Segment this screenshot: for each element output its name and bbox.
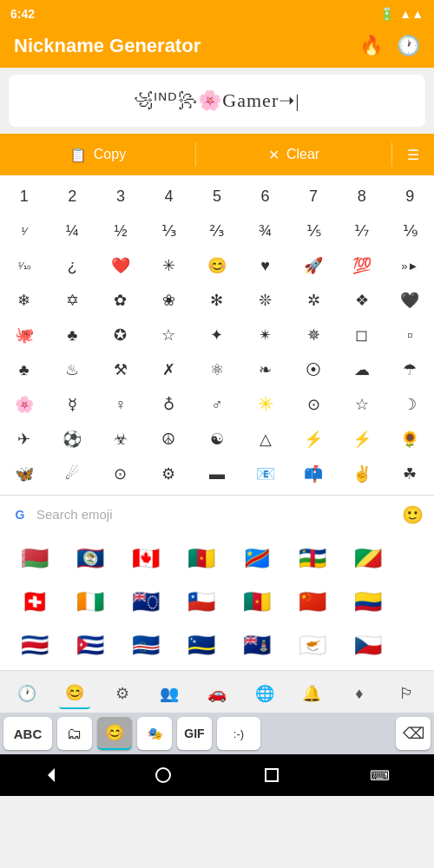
symbol-club2[interactable]: ♣ bbox=[0, 352, 49, 387]
abc-key[interactable]: ABC bbox=[3, 717, 52, 750]
symbol-soccer[interactable]: ⚽ bbox=[49, 422, 97, 457]
symbol-star8[interactable]: ✴ bbox=[241, 318, 290, 352]
symbol-star8b[interactable]: ✵ bbox=[289, 318, 338, 352]
symbol-star-outline2[interactable]: ☆ bbox=[338, 387, 386, 422]
history-icon[interactable]: 🕐 bbox=[397, 35, 420, 57]
symbol-gear[interactable]: ⚙ bbox=[145, 457, 194, 491]
keyboard-nav-button[interactable]: ⌨ bbox=[361, 756, 399, 794]
symbol-3[interactable]: 3 bbox=[96, 179, 145, 214]
gif-key[interactable]: GIF bbox=[177, 717, 212, 750]
symbol-circlestar[interactable]: ✪ bbox=[96, 318, 145, 352]
symbol-threequarters[interactable]: ¾ bbox=[241, 214, 290, 248]
flag-cz[interactable]: 🇨🇿 bbox=[342, 627, 394, 663]
symbol-atom[interactable]: ⚛ bbox=[193, 352, 241, 387]
symbol-lightning2[interactable]: ⚡ bbox=[338, 422, 386, 457]
symbol-fleur[interactable]: ❧ bbox=[241, 352, 290, 387]
flag-ca[interactable]: 🇨🇦 bbox=[120, 540, 172, 576]
symbol-sun-burst[interactable]: ✳ bbox=[241, 387, 290, 422]
symbol-invq[interactable]: ¿ bbox=[49, 248, 97, 283]
symbol-heart-red[interactable]: ❤️ bbox=[96, 248, 145, 283]
symbol-third[interactable]: ⅓ bbox=[145, 214, 194, 248]
home-nav-button[interactable] bbox=[144, 756, 182, 794]
symbol-square[interactable]: ◻ bbox=[338, 318, 386, 352]
symbol-comet[interactable]: ☄ bbox=[49, 457, 97, 491]
kaomoji-key[interactable]: :-) bbox=[217, 717, 260, 750]
flag-cd[interactable]: 🇨🇩 bbox=[231, 540, 283, 576]
symbol-butterfly[interactable]: 🦋 bbox=[0, 457, 49, 491]
sticker-key[interactable]: 🗂 bbox=[57, 717, 92, 750]
symbol-cross[interactable]: ✗ bbox=[145, 352, 194, 387]
nickname-input-area[interactable]: ꧁ᴵᴺᴰ꧂🌸Gamer➝| bbox=[9, 75, 425, 127]
symbol-octopus[interactable]: 🐙 bbox=[0, 318, 49, 352]
symbol-tenth[interactable]: ¹⁄₁₀ bbox=[0, 248, 49, 283]
flag-cn[interactable]: 🇨🇳 bbox=[286, 583, 339, 620]
cat-settings[interactable]: ⚙ bbox=[107, 678, 138, 709]
flag-cg[interactable]: 🇨🇬 bbox=[342, 540, 394, 576]
emoji-search-bar[interactable]: G Search emoji 🙂 bbox=[0, 495, 434, 533]
cat-transport[interactable]: 🚗 bbox=[201, 678, 233, 709]
clear-button[interactable]: ✕ Clear bbox=[196, 134, 391, 175]
symbol-4[interactable]: 4 bbox=[145, 179, 194, 214]
symbol-blossom[interactable]: 🌸 bbox=[0, 387, 49, 422]
fire-icon[interactable]: 🔥 bbox=[359, 35, 383, 57]
symbol-asterisk2[interactable]: ✻ bbox=[193, 283, 241, 318]
symbol-9[interactable]: 9 bbox=[385, 179, 434, 214]
flag-cl[interactable]: 🇨🇱 bbox=[175, 583, 227, 620]
symbol-smallsq[interactable]: ▫ bbox=[385, 318, 434, 352]
flag-cu[interactable]: 🇨🇺 bbox=[64, 627, 116, 663]
symbol-star-outline[interactable]: ☆ bbox=[145, 318, 194, 352]
symbol-flower4[interactable]: ❀ bbox=[145, 283, 194, 318]
cat-people[interactable]: 👥 bbox=[154, 678, 185, 709]
symbol-heart2[interactable]: ♥ bbox=[241, 248, 290, 283]
symbol-5[interactable]: 5 bbox=[193, 179, 241, 214]
symbol-7[interactable]: 7 bbox=[289, 179, 338, 214]
symbol-mars[interactable]: ♂ bbox=[193, 387, 241, 422]
symbol-lightning[interactable]: ⚡ bbox=[289, 422, 338, 457]
flag-bz[interactable]: 🇧🇿 bbox=[64, 540, 116, 576]
symbol-yinyang[interactable]: ☯ bbox=[193, 422, 241, 457]
flag-cw[interactable]: 🇨🇼 bbox=[175, 627, 227, 663]
flag-ck[interactable]: 🇨🇰 bbox=[120, 583, 172, 620]
symbol-quarter[interactable]: ¼ bbox=[49, 214, 97, 248]
cat-globe[interactable]: 🌐 bbox=[249, 678, 280, 709]
flag-by[interactable]: 🇧🇾 bbox=[9, 540, 61, 576]
symbol-smile[interactable]: 😊 bbox=[193, 248, 241, 283]
symbol-6[interactable]: 6 bbox=[241, 179, 290, 214]
symbol-mailbox[interactable]: 📫 bbox=[289, 457, 338, 491]
symbol-star6[interactable]: ✡ bbox=[49, 283, 97, 318]
symbol-twothirds[interactable]: ⅔ bbox=[193, 214, 241, 248]
flag-cv[interactable]: 🇨🇻 bbox=[120, 627, 172, 663]
symbol-venus[interactable]: ♀ bbox=[96, 387, 145, 422]
symbol-mercury[interactable]: ☿ bbox=[49, 387, 97, 422]
delete-key[interactable]: ⌫ bbox=[396, 717, 431, 750]
symbol-arrows[interactable]: »► bbox=[385, 248, 434, 283]
symbol-umbrella[interactable]: ☂ bbox=[385, 352, 434, 387]
symbol-crescent[interactable]: ☽ bbox=[385, 387, 434, 422]
cat-diamond[interactable]: ♦ bbox=[344, 678, 375, 709]
emoji-key[interactable]: 😊 bbox=[97, 717, 132, 750]
symbol-frac1[interactable]: ¹⁄ bbox=[0, 214, 49, 248]
symbol-8[interactable]: 8 bbox=[338, 179, 386, 214]
symbol-100[interactable]: 💯 bbox=[338, 248, 386, 283]
recent-nav-button[interactable] bbox=[253, 756, 291, 794]
symbol-rocket[interactable]: 🚀 bbox=[289, 248, 338, 283]
flag-cm-alt[interactable]: 🇨🇲 bbox=[175, 540, 227, 576]
symbol-steam[interactable]: ♨ bbox=[49, 352, 97, 387]
flag-ch[interactable]: 🇨🇭 bbox=[9, 583, 61, 620]
symbol-fifth[interactable]: ⅕ bbox=[289, 214, 338, 248]
symbol-plane[interactable]: ✈ bbox=[0, 422, 49, 457]
flag-cy[interactable]: 🇨🇾 bbox=[286, 627, 339, 663]
symbol-star4[interactable]: ✦ bbox=[193, 318, 241, 352]
symbol-victory[interactable]: ✌ bbox=[338, 457, 386, 491]
menu-button[interactable]: ☰ bbox=[392, 134, 434, 175]
flag-ky[interactable]: 🇰🇾 bbox=[231, 627, 283, 663]
symbol-flower[interactable]: ✿ bbox=[96, 283, 145, 318]
symbol-seventh[interactable]: ⅐ bbox=[338, 214, 386, 248]
symbol-target[interactable]: ⊙ bbox=[289, 387, 338, 422]
cat-emoji[interactable]: 😊 bbox=[59, 678, 90, 709]
symbol-snowflake[interactable]: ❄ bbox=[0, 283, 49, 318]
symbol-asterisk3[interactable]: ❊ bbox=[241, 283, 290, 318]
copy-button[interactable]: 📋 Copy bbox=[0, 134, 195, 175]
symbol-blackheart[interactable]: 🖤 bbox=[385, 283, 434, 318]
symbol-2[interactable]: 2 bbox=[49, 179, 97, 214]
